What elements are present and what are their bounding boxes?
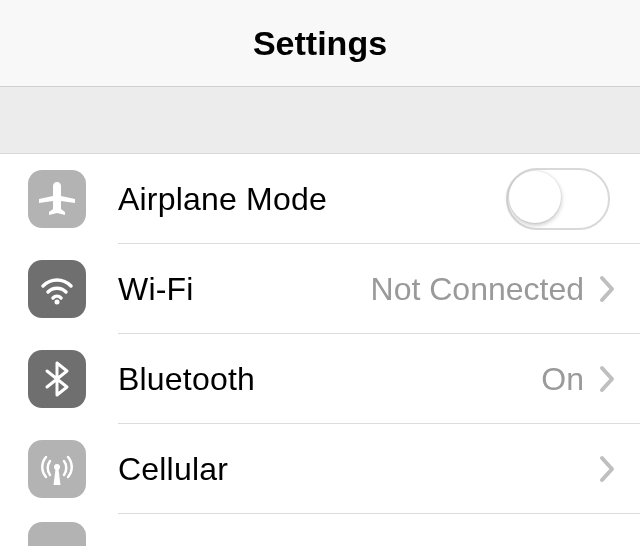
row-next-partial[interactable] bbox=[0, 514, 640, 546]
chevron-right-icon bbox=[594, 365, 620, 393]
chevron-right-icon bbox=[594, 275, 620, 303]
unknown-icon bbox=[28, 522, 86, 546]
row-bluetooth[interactable]: Bluetooth On bbox=[0, 334, 640, 424]
page-title: Settings bbox=[253, 24, 387, 63]
wifi-icon bbox=[28, 260, 86, 318]
row-label: Airplane Mode bbox=[118, 181, 506, 218]
settings-screen: Settings Airplane Mode Wi-Fi Not Connect… bbox=[0, 0, 640, 546]
row-wifi[interactable]: Wi-Fi Not Connected bbox=[0, 244, 640, 334]
settings-list: Airplane Mode Wi-Fi Not Connected Blueto… bbox=[0, 154, 640, 546]
row-value: On bbox=[541, 361, 584, 398]
row-label: Cellular bbox=[118, 451, 594, 488]
row-label: Bluetooth bbox=[118, 361, 541, 398]
row-airplane-mode: Airplane Mode bbox=[0, 154, 640, 244]
section-header-blank bbox=[0, 87, 640, 154]
row-label: Wi-Fi bbox=[118, 271, 371, 308]
svg-point-0 bbox=[55, 300, 60, 305]
toggle-knob bbox=[509, 171, 561, 223]
airplane-mode-toggle[interactable] bbox=[506, 168, 610, 230]
cellular-icon bbox=[28, 440, 86, 498]
bluetooth-icon bbox=[28, 350, 86, 408]
row-value: Not Connected bbox=[371, 271, 584, 308]
navbar: Settings bbox=[0, 0, 640, 87]
row-cellular[interactable]: Cellular bbox=[0, 424, 640, 514]
chevron-right-icon bbox=[594, 455, 620, 483]
airplane-icon bbox=[28, 170, 86, 228]
